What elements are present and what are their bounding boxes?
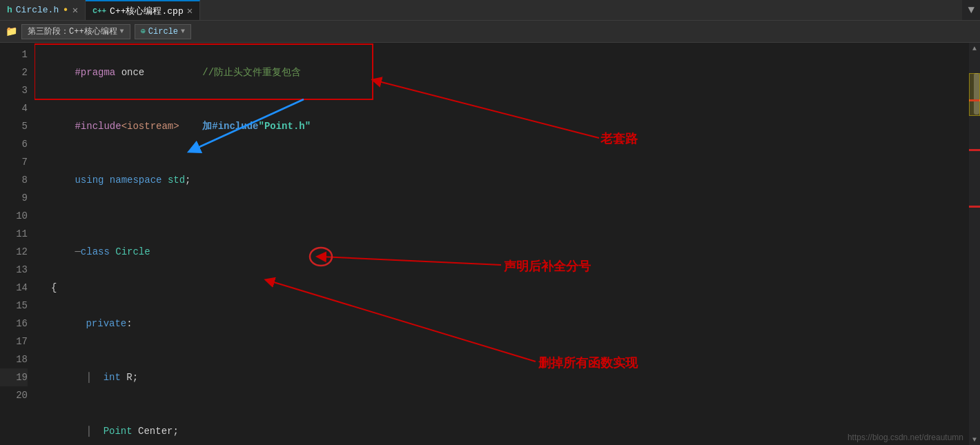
code-line-6: { [40,279,969,297]
scroll-mark-3 [969,206,980,208]
line-num-8: 8 [0,171,28,189]
class-arrow: ▼ [181,28,185,35]
code-content[interactable]: #pragma once //防止头文件重复包含 #include<iostre… [35,43,969,445]
tab-circle-h-close[interactable]: ✕ [72,4,78,16]
line-num-17: 17 [0,333,28,350]
line-num-3: 3 [0,81,28,99]
code-line-8: │ int R; [40,350,969,404]
line-num-10: 10 [0,207,28,225]
scroll-up-arrow[interactable]: ▲ [969,43,980,54]
watermark: https://blog.csdn.net/dreautumn [847,433,963,442]
code-line-5: ─class Circle [40,225,969,279]
tab-cpp[interactable]: C++ C++核心编程.cpp ✕ [86,0,200,20]
cpp-icon: C++ [92,7,106,15]
line-num-12: 12 [0,243,28,261]
line-num-19: 19 [0,368,28,386]
line-num-14: 14 [0,279,28,297]
circle-h-icon: h [7,5,12,15]
line-num-2: 2 [0,63,28,81]
code-line-1: #pragma once //防止头文件重复包含 [40,46,969,99]
toolbar: 📁 第三阶段：C++核心编程 ▼ ⊕ Circle ▼ [0,21,980,43]
stage-arrow: ▼ [120,28,124,35]
line-num-13: 13 [0,261,28,279]
scrollbar[interactable]: ▲ ▼ [969,43,980,445]
line-num-7: 7 [0,153,28,171]
code-line-3: using namespace std; [40,153,969,207]
line-num-1: 1 [0,46,28,63]
scroll-track[interactable] [969,54,980,434]
code-line-9: │ Point Center; [40,404,969,445]
line-num-18: 18 [0,350,28,368]
class-icon: ⊕ [141,26,146,37]
line-numbers: 1 2 3 4 5 6 7 8 9 10 11 12 13 14 15 16 1… [0,43,35,445]
folder-icon: 📁 [6,26,17,37]
line-num-6: 6 [0,135,28,153]
tab-cpp-label: C++核心编程.cpp [110,5,184,17]
stage-selector[interactable]: 第三阶段：C++核心编程 ▼ [21,24,130,39]
tab-expand-icon[interactable]: ▼ [962,0,980,20]
title-bar: h Circle.h • ✕ C++ C++核心编程.cpp ✕ ▼ [0,0,980,21]
minimap-highlight [969,73,980,116]
line-num-11: 11 [0,225,28,243]
code-line-2: #include<iostream> 加#include"Point.h" [40,99,969,153]
line-num-16: 16 [0,315,28,333]
code-line-4 [40,207,969,225]
tab-circle-h-label: Circle.h [16,5,59,15]
scroll-mark-2 [969,149,980,151]
tab-cpp-close[interactable]: ✕ [187,5,193,17]
tab-modified-dot: • [62,4,69,17]
line-num-15: 15 [0,297,28,315]
line-num-5: 5 [0,117,28,135]
code-line-7: private: [40,297,969,350]
tab-circle-h[interactable]: h Circle.h • ✕ [0,0,86,20]
class-label: Circle [148,27,178,37]
editor: 1 2 3 4 5 6 7 8 9 10 11 12 13 14 15 16 1… [0,43,980,445]
scroll-down-arrow[interactable]: ▼ [969,434,980,445]
stage-label: 第三阶段：C++核心编程 [28,26,117,37]
line-num-20: 20 [0,386,28,404]
class-selector[interactable]: ⊕ Circle ▼ [135,24,191,39]
line-num-4: 4 [0,99,28,117]
line-num-9: 9 [0,189,28,207]
